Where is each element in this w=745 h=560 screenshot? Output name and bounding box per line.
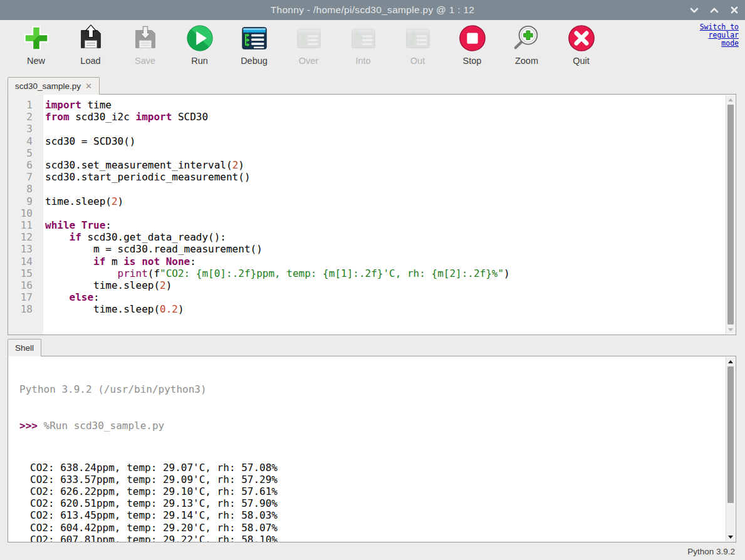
maximize-icon[interactable] xyxy=(709,4,720,16)
shell-output-line: CO2: 626.22ppm, temp: 29.10'C, rh: 57.61… xyxy=(30,485,726,497)
toolbar-button-label: Load xyxy=(80,56,100,66)
code-line: 8 xyxy=(8,183,726,195)
load-button[interactable]: Load xyxy=(63,24,118,66)
quit-icon xyxy=(567,24,596,53)
stop-icon xyxy=(458,24,487,53)
code-line: 15 print(f"CO2: {m[0]:.2f}ppm, temp: {m[… xyxy=(8,267,726,279)
shell-content: Python 3.9.2 (/usr/bin/python3) >>> %Run… xyxy=(8,356,726,542)
new-file-icon xyxy=(22,24,51,53)
code-line: 2from scd30_i2c import SCD30 xyxy=(8,111,726,123)
toolbar-button-label: Quit xyxy=(573,56,590,66)
code-text: m = scd30.read_measurement() xyxy=(38,243,263,255)
code-text: scd30 = SCD30() xyxy=(38,135,136,147)
code-text: import time xyxy=(38,99,112,111)
shell-output-line: CO2: 620.51ppm, temp: 29.13'C, rh: 57.90… xyxy=(30,497,726,509)
line-number: 15 xyxy=(8,267,38,279)
new-button[interactable]: New xyxy=(9,24,63,66)
line-number: 18 xyxy=(8,303,38,315)
shell-prompt: >>> xyxy=(19,420,44,432)
shell-output: CO2: 638.24ppm, temp: 29.07'C, rh: 57.08… xyxy=(19,462,726,542)
step-into-icon xyxy=(349,24,378,53)
shell-command: %Run scd30_sample.py xyxy=(44,420,165,432)
shell-output-line: CO2: 638.24ppm, temp: 29.07'C, rh: 57.08… xyxy=(30,462,726,474)
code-editor[interactable]: 1import time2from scd30_i2c import SCD30… xyxy=(8,94,736,335)
quit-button[interactable]: Quit xyxy=(554,24,608,66)
code-text: time.sleep(2) xyxy=(38,279,172,291)
statusbar: Python 3.9.2 xyxy=(0,542,745,560)
code-line: 16 time.sleep(2) xyxy=(8,279,726,291)
toolbar-button-label: Debug xyxy=(241,56,268,66)
zoom-icon xyxy=(513,24,541,53)
toolbar-button-label: Out xyxy=(410,56,425,66)
code-text: scd30.set_measurement_interval(2) xyxy=(38,159,244,171)
line-number: 9 xyxy=(8,195,38,207)
shell-output-line: CO2: 633.57ppm, temp: 29.09'C, rh: 57.29… xyxy=(30,474,726,485)
toolbar-button-label: Zoom xyxy=(515,56,538,66)
code-line: 6scd30.set_measurement_interval(2) xyxy=(8,159,726,171)
line-number: 8 xyxy=(8,183,38,195)
stop-button[interactable]: Stop xyxy=(445,24,499,66)
shell-output-line: CO2: 604.42ppm, temp: 29.20'C, rh: 58.07… xyxy=(30,522,726,534)
close-icon[interactable] xyxy=(729,4,740,16)
code-line: 10 xyxy=(8,207,726,219)
line-number: 5 xyxy=(8,147,38,159)
window-title: Thonny - /home/pi/scd30_sample.py @ 1 : … xyxy=(0,0,745,20)
code-text: time.sleep(0.2) xyxy=(38,303,184,315)
line-number: 12 xyxy=(8,231,38,243)
step-over-icon xyxy=(294,24,323,53)
scroll-down-icon[interactable] xyxy=(726,325,735,334)
over-button: Over xyxy=(281,24,336,66)
code-line: 18 time.sleep(0.2) xyxy=(8,303,726,315)
toolbar-button-label: Run xyxy=(191,56,208,66)
code-line: 4scd30 = SCD30() xyxy=(8,135,726,147)
code-line: 12 if scd30.get_data_ready(): xyxy=(8,231,726,243)
into-button: Into xyxy=(336,24,390,66)
code-text: if scd30.get_data_ready(): xyxy=(38,231,226,243)
toolbar-button-label: Stop xyxy=(463,56,482,66)
shell-panel[interactable]: Python 3.9.2 (/usr/bin/python3) >>> %Run… xyxy=(8,356,736,542)
shell-output-line: CO2: 613.45ppm, temp: 29.14'C, rh: 58.03… xyxy=(30,509,726,521)
load-file-icon xyxy=(76,24,105,53)
scroll-up-icon[interactable] xyxy=(726,95,735,104)
scroll-down-icon[interactable] xyxy=(726,532,735,541)
toolbar-buttons: NewLoadSaveRunDebugOverIntoOutStopZoomQu… xyxy=(9,24,608,66)
editor-scrollbar[interactable] xyxy=(726,95,735,334)
minimize-icon[interactable] xyxy=(689,4,700,16)
line-number: 10 xyxy=(8,207,38,219)
scroll-up-icon[interactable] xyxy=(726,357,735,366)
line-number: 17 xyxy=(8,291,38,303)
code-line: 11while True: xyxy=(8,219,726,231)
tab-label: scd30_sample.py xyxy=(15,81,81,91)
code-text: time.sleep(2) xyxy=(38,195,123,207)
tab-scd30-sample[interactable]: scd30_sample.py ✕ xyxy=(8,77,100,95)
out-button: Out xyxy=(390,24,445,66)
shell-scrollbar[interactable] xyxy=(726,357,735,541)
save-file-icon xyxy=(131,24,160,53)
switch-mode-link[interactable]: Switch to regular mode xyxy=(690,23,739,48)
tab-shell[interactable]: Shell xyxy=(8,339,41,356)
line-number: 4 xyxy=(8,135,38,147)
interpreter-version[interactable]: Python 3.9.2 xyxy=(687,547,735,556)
debug-icon xyxy=(240,24,269,53)
window-controls xyxy=(689,0,740,20)
shell-tabrow: Shell xyxy=(8,339,41,356)
code-text: print(f"CO2: {m[0]:.2f}ppm, temp: {m[1]:… xyxy=(38,267,510,279)
zoom-button[interactable]: Zoom xyxy=(499,24,554,66)
editor-lines: 1import time2from scd30_i2c import SCD30… xyxy=(8,95,726,334)
toolbar-button-label: Save xyxy=(135,56,155,66)
code-line: 9time.sleep(2) xyxy=(8,195,726,207)
run-button[interactable]: Run xyxy=(172,24,227,66)
line-number: 7 xyxy=(8,171,38,183)
editor-tabrow: scd30_sample.py ✕ xyxy=(8,77,100,95)
shell-scrollbar-thumb[interactable] xyxy=(727,366,734,503)
debug-button[interactable]: Debug xyxy=(227,24,281,66)
tab-close-icon[interactable]: ✕ xyxy=(85,81,92,91)
code-line: 5 xyxy=(8,147,726,159)
code-text: else: xyxy=(38,291,100,303)
code-text: while True: xyxy=(38,219,112,231)
code-text xyxy=(38,207,51,219)
code-line: 7scd30.start_periodic_measurement() xyxy=(8,171,726,183)
line-number: 2 xyxy=(8,111,38,123)
editor-scrollbar-thumb[interactable] xyxy=(727,105,734,324)
code-text: if m is not None: xyxy=(38,256,196,267)
